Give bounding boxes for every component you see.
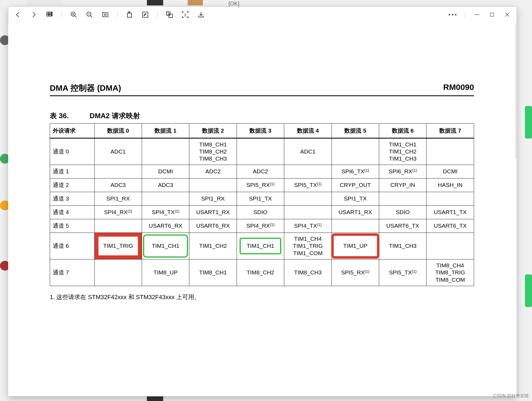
svg-line-11 bbox=[90, 15, 92, 17]
rotate-button[interactable] bbox=[125, 10, 134, 20]
row-label: 通道 2 bbox=[50, 178, 95, 192]
zoom-out-button[interactable] bbox=[85, 10, 94, 20]
edit-button[interactable] bbox=[140, 10, 150, 20]
arrow-left-icon bbox=[14, 11, 21, 18]
svg-rect-25 bbox=[490, 13, 494, 17]
table-row: 通道 2ADC3ADC3SPI5_RX(1)SPI5_TX(1)CRYP_OUT… bbox=[50, 178, 474, 192]
table-footnote: 1. 这些请求在 STM32F42xxx 和 STM32F43xxx 上可用。 bbox=[50, 293, 474, 301]
table-cell: SDIO bbox=[237, 206, 284, 219]
table-cell: ADC3 bbox=[142, 178, 189, 192]
row-label: 通道 3 bbox=[50, 192, 95, 206]
minimize-button[interactable] bbox=[472, 10, 481, 19]
ocr-extract-icon: 文 bbox=[181, 11, 189, 18]
bg-chip bbox=[525, 106, 532, 139]
arrow-right-icon bbox=[30, 11, 37, 18]
table-cell: DCMI bbox=[426, 165, 474, 178]
row-label: 通道 7 bbox=[50, 259, 95, 286]
svg-point-16 bbox=[105, 15, 105, 15]
table-cell: TIM8_CH1TIM8_CH2TIM8_CH3 bbox=[189, 138, 237, 165]
ocr-button[interactable]: 文 bbox=[180, 10, 190, 20]
zoom-out-icon bbox=[86, 11, 93, 18]
table-row: 通道 6TIM1_TRIGTIM1_CH1TIM1_CH2TIM1_CH1TIM… bbox=[50, 233, 474, 259]
back-button[interactable] bbox=[13, 10, 23, 20]
edit-icon bbox=[142, 11, 149, 18]
svg-rect-13 bbox=[103, 12, 108, 17]
document-page: DMA 控制器 (DMA) RM0090 表 36. DMA2 请求映射 外设请… bbox=[20, 34, 504, 328]
table-cell: SPI1_TX bbox=[237, 192, 284, 206]
translate-icon: 文 bbox=[166, 11, 173, 18]
svg-point-15 bbox=[105, 14, 105, 14]
bg-chip bbox=[525, 274, 532, 307]
download-button[interactable] bbox=[196, 10, 206, 20]
separator bbox=[465, 11, 465, 19]
table-cell: TIM8_CH2 bbox=[237, 259, 284, 286]
table-cell: ADC1 bbox=[284, 138, 332, 165]
table-row: 通道 1DCMIADC2ADC2SPI6_TX(1)SPI6_RX(1)DCMI bbox=[50, 165, 474, 178]
table-number: 表 36. bbox=[50, 111, 69, 121]
table-cell bbox=[284, 192, 332, 206]
highlight-red bbox=[331, 233, 379, 259]
table-cell: TIM1_CH1TIM1_CH2TIM1_CH3 bbox=[379, 138, 426, 165]
table-cell bbox=[189, 178, 237, 192]
header-right: RM0090 bbox=[443, 83, 474, 94]
table-row: 通道 3SPI1_RXSPI1_RXSPI1_TXSPI1_TX bbox=[50, 192, 474, 206]
table-cell: USART6_RX bbox=[189, 219, 237, 233]
table-cell: SPI5_RX(1) bbox=[237, 178, 284, 192]
table-cell bbox=[94, 219, 142, 233]
zoom-in-button[interactable] bbox=[69, 10, 79, 20]
svg-rect-1 bbox=[49, 12, 51, 14]
close-button[interactable] bbox=[503, 10, 512, 19]
row-label: 通道 0 bbox=[50, 138, 95, 165]
document-viewport[interactable]: DMA 控制器 (DMA) RM0090 表 36. DMA2 请求映射 外设请… bbox=[8, 23, 516, 395]
col-header: 数据流 2 bbox=[189, 124, 237, 138]
watermark: CSDN @好奇龙猫 bbox=[493, 393, 529, 399]
table-cell: SPI6_RX(1) bbox=[379, 165, 426, 178]
table-cell bbox=[426, 138, 474, 165]
dma-mapping-table: 外设请求 数据流 0 数据流 1 数据流 2 数据流 3 数据流 4 数据流 5… bbox=[50, 123, 474, 286]
highlight-green bbox=[143, 234, 188, 258]
one-to-one-icon bbox=[102, 11, 109, 18]
row-label: 通道 5 bbox=[50, 219, 95, 233]
more-button[interactable]: ••• bbox=[449, 10, 458, 19]
table-cell bbox=[379, 192, 426, 206]
col-header: 数据流 7 bbox=[426, 124, 474, 138]
table-cell: USART1_RX bbox=[189, 206, 237, 219]
table-row: 通道 4SPI4_RX(1)SPI4_TX(1)USART1_RXSDIOUSA… bbox=[50, 206, 474, 219]
svg-rect-4 bbox=[49, 14, 51, 16]
col-header: 数据流 6 bbox=[379, 124, 426, 138]
svg-line-7 bbox=[75, 15, 76, 17]
col-header: 数据流 3 bbox=[237, 124, 284, 138]
table-cell bbox=[426, 192, 474, 206]
table-cell: HASH_IN bbox=[426, 178, 474, 192]
table-cell: ADC2 bbox=[189, 165, 237, 178]
table-cell bbox=[94, 259, 142, 286]
minimize-icon bbox=[474, 12, 480, 17]
table-cell bbox=[142, 192, 189, 206]
table-cell: SPI4_RX(1) bbox=[237, 219, 284, 233]
table-cell: SPI1_RX bbox=[189, 192, 237, 206]
more-icon: ••• bbox=[447, 11, 459, 18]
table-cell: SPI5_TX(1) bbox=[284, 178, 332, 192]
download-icon bbox=[197, 11, 205, 18]
table-cell bbox=[94, 165, 142, 178]
table-cell: TIM1_TRIG bbox=[94, 233, 142, 259]
table-cell: USART6_TX bbox=[426, 219, 474, 233]
bg-bar bbox=[188, 0, 203, 5]
translate-button[interactable]: 文 bbox=[165, 10, 174, 20]
table-cell: USART1_TX bbox=[426, 206, 474, 219]
col-header: 数据流 4 bbox=[284, 124, 332, 138]
svg-rect-3 bbox=[47, 14, 49, 16]
table-cell: TIM1_CH1 bbox=[142, 233, 189, 259]
col-header: 外设请求 bbox=[50, 124, 95, 138]
bg-chip bbox=[27, 0, 63, 6]
maximize-button[interactable] bbox=[487, 10, 497, 19]
close-icon bbox=[505, 12, 510, 17]
maximize-icon bbox=[490, 12, 494, 17]
svg-text:文: 文 bbox=[167, 12, 170, 15]
grid-icon bbox=[46, 11, 53, 18]
actual-size-button[interactable] bbox=[100, 10, 110, 20]
table-cell: TIM1_CH2 bbox=[189, 233, 237, 259]
row-label: 通道 4 bbox=[50, 206, 95, 219]
forward-button[interactable] bbox=[29, 10, 39, 20]
thumbnail-grid-button[interactable] bbox=[45, 10, 54, 20]
